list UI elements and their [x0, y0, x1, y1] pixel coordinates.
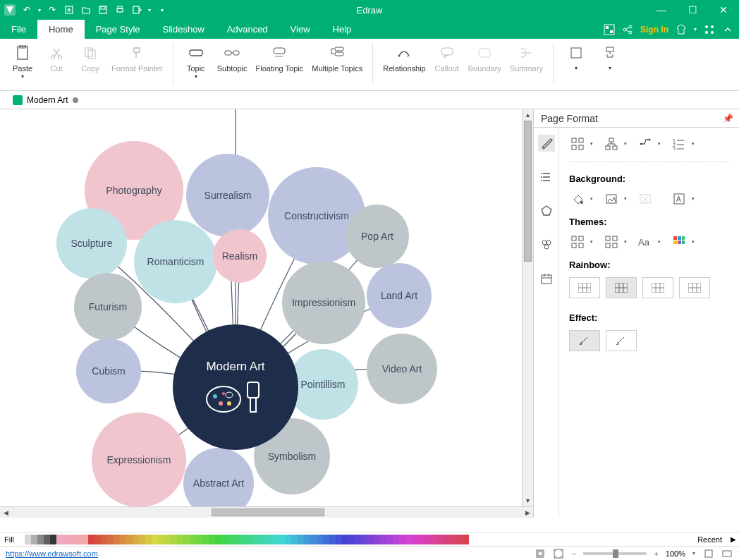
vertical-scrollbar[interactable]: ▲ ▼ — [522, 109, 533, 506]
callout-button[interactable]: Callout — [432, 43, 463, 74]
color-swatch[interactable] — [171, 535, 177, 544]
color-swatch[interactable] — [196, 535, 202, 544]
color-swatch[interactable] — [361, 535, 367, 544]
block-a-button[interactable]: ▾ — [561, 43, 592, 73]
minimize-button[interactable]: — — [646, 0, 677, 20]
summary-button[interactable]: Summary — [507, 43, 546, 74]
color-swatch[interactable] — [240, 535, 247, 544]
numbering-icon[interactable]: 123▾ — [671, 136, 688, 152]
color-swatch[interactable] — [310, 535, 317, 544]
mindmap-node[interactable]: Expressionism — [92, 413, 186, 507]
scroll-up-arrow-icon[interactable]: ▲ — [523, 109, 533, 121]
scroll-down-arrow-icon[interactable]: ▼ — [523, 495, 533, 506]
color-swatch[interactable] — [202, 535, 209, 544]
presentation-icon[interactable] — [721, 549, 733, 559]
mindmap-node[interactable]: Sculpture — [56, 208, 127, 279]
color-swatch[interactable] — [228, 535, 234, 544]
theme-fonts-icon[interactable]: Aa▾ — [637, 234, 654, 250]
rail-brush-icon[interactable] — [538, 135, 555, 152]
tab-home[interactable]: Home — [37, 20, 85, 39]
theme-grid-icon[interactable]: ▾ — [569, 234, 586, 250]
color-swatch[interactable] — [399, 535, 405, 544]
paste-button[interactable]: Paste▾ — [7, 43, 38, 81]
color-swatch[interactable] — [405, 535, 412, 544]
layout-grid-icon[interactable]: ▾ — [569, 136, 586, 152]
rail-shape-icon[interactable] — [538, 202, 555, 219]
color-swatch[interactable] — [164, 535, 171, 544]
rail-clover-icon[interactable] — [538, 236, 555, 253]
color-swatch[interactable] — [412, 535, 418, 544]
color-swatch[interactable] — [317, 535, 323, 544]
tab-advanced[interactable]: Advanced — [216, 20, 279, 39]
color-swatch[interactable] — [120, 535, 126, 544]
mindmap-center-node[interactable]: Modern Art — [173, 324, 298, 450]
app-logo-icon[interactable] — [4, 4, 16, 16]
color-swatch[interactable] — [37, 535, 44, 544]
effect-opt-2[interactable] — [606, 330, 637, 351]
tab-page-style[interactable]: Page Style — [85, 20, 152, 39]
horizontal-scrollbar[interactable]: ◀ ▶ — [0, 506, 533, 518]
color-swatch[interactable] — [18, 535, 25, 544]
color-swatch[interactable] — [291, 535, 298, 544]
color-swatch[interactable] — [463, 535, 469, 544]
color-swatch[interactable] — [126, 535, 133, 544]
color-swatch[interactable] — [450, 535, 456, 544]
color-swatch[interactable] — [374, 535, 380, 544]
color-swatch[interactable] — [444, 535, 450, 544]
colorstrip-more-icon[interactable]: ▶ — [728, 535, 739, 543]
rail-calendar-icon[interactable] — [538, 270, 555, 287]
color-swatch[interactable] — [298, 535, 304, 544]
color-swatch[interactable] — [304, 535, 310, 544]
zoom-in-icon[interactable]: + — [652, 549, 659, 558]
color-swatch[interactable] — [234, 535, 240, 544]
color-swatch[interactable] — [139, 535, 145, 544]
new-icon[interactable] — [63, 4, 75, 16]
color-swatch[interactable] — [266, 535, 272, 544]
color-swatch[interactable] — [348, 535, 355, 544]
color-swatch[interactable] — [253, 535, 259, 544]
page-icon[interactable] — [534, 549, 546, 559]
scroll-thumb-h[interactable] — [212, 509, 324, 516]
color-swatch[interactable] — [386, 535, 393, 544]
color-swatch[interactable] — [425, 535, 431, 544]
color-swatch[interactable] — [336, 535, 342, 544]
mindmap-node[interactable]: Surrealism — [186, 154, 269, 237]
color-swatch[interactable] — [393, 535, 399, 544]
color-swatch[interactable] — [133, 535, 139, 544]
color-swatch[interactable] — [107, 535, 114, 544]
open-icon[interactable] — [80, 4, 92, 16]
color-swatch[interactable] — [177, 535, 183, 544]
theme-colors-icon[interactable]: ▾ — [603, 234, 620, 250]
relationship-button[interactable]: Relationship — [380, 43, 429, 74]
mindmap-node[interactable]: Land Art — [367, 263, 432, 328]
save-icon[interactable] — [97, 4, 109, 16]
qat-more-icon[interactable]: ▾ — [157, 4, 168, 16]
block-b-button[interactable]: ▾ — [594, 43, 625, 73]
bg-image-icon[interactable]: ▾ — [603, 191, 620, 207]
mindmap-node[interactable]: Cubism — [76, 339, 141, 403]
mindmap-node[interactable]: Pop Art — [346, 205, 409, 268]
collapse-ribbon-icon[interactable] — [722, 24, 733, 35]
close-button[interactable]: ✕ — [708, 0, 739, 20]
multiple-topics-button[interactable]: Multiple Topics — [309, 43, 365, 74]
color-swatch[interactable] — [63, 535, 69, 544]
color-swatch[interactable] — [158, 535, 164, 544]
floating-topic-button[interactable]: Floating Topic — [253, 43, 307, 74]
theme-palette-icon[interactable]: ▾ — [671, 234, 688, 250]
effect-opt-1[interactable] — [569, 330, 600, 351]
tshirt-icon[interactable] — [676, 24, 687, 35]
grid-icon[interactable] — [704, 24, 715, 35]
connector-style-icon[interactable]: ▾ — [637, 136, 654, 152]
color-swatch[interactable] — [152, 535, 158, 544]
color-swatch[interactable] — [329, 535, 336, 544]
fit-icon[interactable] — [552, 549, 565, 559]
color-swatch[interactable] — [44, 535, 50, 544]
cut-button[interactable]: Cut — [41, 43, 72, 74]
hierarchy-icon[interactable]: ▾ — [603, 136, 620, 152]
color-swatch[interactable] — [431, 535, 437, 544]
color-swatch[interactable] — [50, 535, 56, 544]
fullscreen-icon[interactable] — [702, 549, 715, 559]
color-swatch[interactable] — [323, 535, 329, 544]
color-swatch[interactable] — [221, 535, 228, 544]
topic-button[interactable]: Topic▾ — [181, 43, 212, 81]
